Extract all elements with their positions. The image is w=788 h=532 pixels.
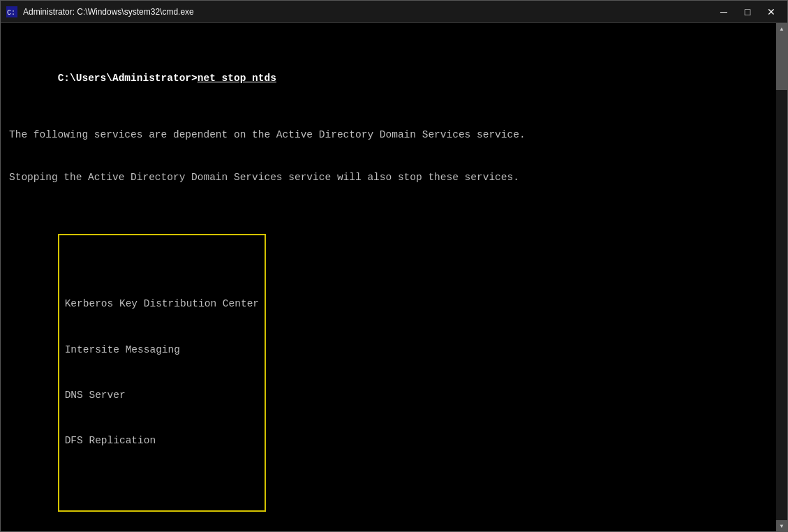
cmd-icon: C: bbox=[6, 6, 17, 17]
scroll-down-button[interactable]: ▼ bbox=[776, 520, 787, 531]
service-list-box: Kerberos Key Distribution Center Intersi… bbox=[58, 234, 266, 512]
maximize-button[interactable]: □ bbox=[737, 5, 758, 19]
window-title: Administrator: C:\Windows\system32\cmd.e… bbox=[23, 7, 713, 17]
window-controls: ─ □ ✕ bbox=[713, 5, 782, 19]
svg-text:C:: C: bbox=[7, 9, 15, 17]
service-item-1: Kerberos Key Distribution Center bbox=[65, 297, 259, 312]
prompt-command-line: C:\Users\Administrator>net stop ntds bbox=[9, 57, 768, 100]
content-area: C:\Users\Administrator>net stop ntds The… bbox=[1, 23, 787, 531]
prompt1: C:\Users\Administrator> bbox=[58, 73, 198, 84]
scrollbar-track[interactable] bbox=[776, 34, 787, 520]
service-item-2: Intersite Messaging bbox=[65, 343, 259, 358]
title-bar: C: Administrator: C:\Windows\system32\cm… bbox=[1, 1, 787, 23]
minimize-button[interactable]: ─ bbox=[713, 5, 734, 19]
line1: The following services are dependent on … bbox=[9, 128, 768, 142]
service-item-3: DNS Server bbox=[65, 388, 259, 404]
line2: Stopping the Active Directory Domain Ser… bbox=[9, 170, 768, 184]
scroll-up-button[interactable]: ▲ bbox=[776, 23, 787, 34]
command: net stop ntds bbox=[198, 73, 276, 84]
terminal-output[interactable]: C:\Users\Administrator>net stop ntds The… bbox=[1, 23, 776, 531]
service-box-container: Kerberos Key Distribution Center Intersi… bbox=[9, 217, 768, 529]
scrollbar-thumb[interactable] bbox=[776, 34, 787, 90]
service-item-4: DFS Replication bbox=[65, 434, 259, 449]
cmd-window: C: Administrator: C:\Windows\system32\cm… bbox=[0, 0, 788, 532]
service-list: Kerberos Key Distribution Center Intersi… bbox=[65, 267, 259, 480]
close-button[interactable]: ✕ bbox=[761, 5, 782, 19]
scrollbar: ▲ ▼ bbox=[776, 23, 787, 531]
